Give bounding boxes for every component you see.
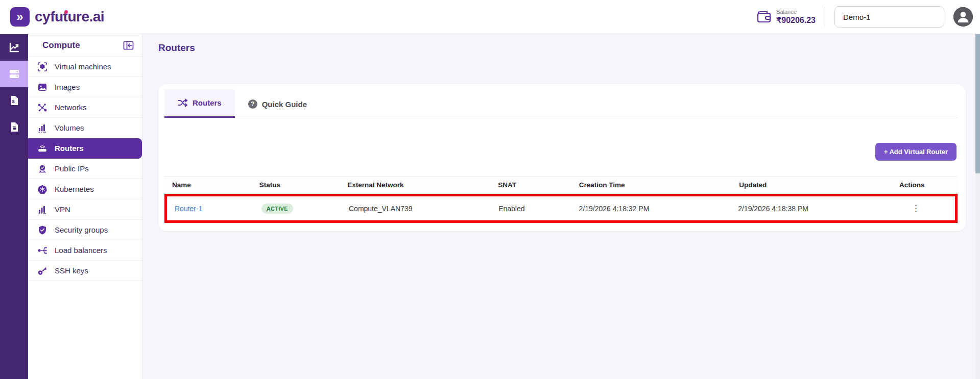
column-header-name: Name [164,176,252,193]
sidebar-item-label: VPN [55,205,70,214]
tab-label: Quick Guide [262,100,307,109]
sidebar-item-label: Load balancers [55,246,107,255]
cube-icon [37,62,47,72]
router-icon [37,143,47,154]
network-nodes-icon [37,103,47,113]
add-virtual-router-button[interactable]: + Add Virtual Router [875,143,957,161]
snat-cell: Enabled [491,201,571,216]
tab-label: Routers [193,98,222,107]
key-icon [37,266,47,276]
sidebar-item-label: SSH keys [55,266,88,275]
tab-routers[interactable]: Routers [164,89,235,118]
table-header-row: Name Status External Network SNAT Creati… [164,176,958,194]
balance-label: Balance [776,9,816,15]
nav-invoices[interactable] [0,114,28,140]
creation-time-cell: 2/19/2026 4:18:32 PM [571,201,731,216]
column-header-external-network: External Network [340,176,490,193]
sidebar-item-kubernetes[interactable]: Kubernetes [28,179,142,199]
sidebar-item-routers[interactable]: Routers [28,138,142,159]
updated-cell: 2/19/2026 4:18:38 PM [730,201,890,216]
column-header-updated: Updated [731,176,892,193]
row-highlight-annotation: Router-1 ACTIVE Compute_VLAN739 Enabled … [164,194,958,223]
column-header-creation-time: Creation Time [571,176,732,193]
shield-check-icon [37,225,47,235]
balance-amount: ₹90206.23 [776,15,816,25]
invoice-document-icon [9,121,19,133]
brand-name: cyfuture.ai [35,9,104,25]
sidebar-item-networks[interactable]: Networks [28,97,142,118]
main-content: Routers Routers ? Quic [142,34,980,379]
column-header-actions: Actions [892,176,958,193]
line-chart-icon [9,42,20,53]
tab-quick-guide[interactable]: ? Quick Guide [235,90,320,118]
brand-accent-dot [64,10,68,14]
sidebar-item-ssh-keys[interactable]: SSH keys [28,261,142,281]
shuffle-icon [178,98,188,107]
nav-compute[interactable] [0,61,28,87]
sidebar-item-label: Kubernetes [55,185,94,193]
image-icon [37,82,47,92]
column-header-status: Status [252,176,340,193]
sidebar-item-public-ips[interactable]: Public IPs [28,159,142,179]
sidebar-item-label: Routers [55,144,84,153]
person-icon [953,7,973,27]
primary-nav-rail: $ [0,34,28,379]
external-network-cell: Compute_VLAN739 [341,201,491,216]
nav-dashboard[interactable] [0,34,28,61]
wallet-icon [756,10,772,23]
sidebar-item-vpn[interactable]: VPN [28,199,142,220]
svg-text:$: $ [12,99,14,104]
project-selector[interactable]: Demo-1 [834,6,944,28]
sidebar-item-label: Security groups [55,225,108,234]
sidebar-item-label: Volumes [55,123,84,132]
servers-icon [8,68,20,80]
sidebar-item-label: Public IPs [55,164,89,173]
bars-icon [37,123,47,133]
sidebar-item-images[interactable]: Images [28,77,142,97]
bars-icon [37,205,47,215]
sidebar-item-security-groups[interactable]: Security groups [28,220,142,240]
compute-sidebar: Compute Virtual machines [28,34,142,379]
sidebar-item-virtual-machines[interactable]: Virtual machines [28,57,142,77]
kubernetes-icon [37,184,47,194]
column-header-snat: SNAT [490,176,571,193]
user-avatar[interactable] [953,7,973,27]
sidebar-item-label: Networks [55,103,87,112]
billing-document-icon: $ [9,95,19,106]
routers-card: Routers ? Quick Guide + Add Virtual Rout… [158,84,966,231]
balance-widget[interactable]: Balance ₹90206.23 [756,9,816,24]
router-name-link[interactable]: Router-1 [175,205,202,213]
load-balancer-icon [37,245,47,256]
nav-billing[interactable]: $ [0,87,28,114]
sidebar-item-label: Images [55,83,80,91]
brand-logo[interactable]: » cyfuture.ai [10,7,104,27]
kebab-menu-icon[interactable]: ⋮ [897,204,920,213]
routers-table: Name Status External Network SNAT Creati… [164,176,958,223]
brand-logo-icon: » [10,7,30,27]
table-row[interactable]: Router-1 ACTIVE Compute_VLAN739 Enabled … [167,196,955,220]
sidebar-item-volumes[interactable]: Volumes [28,118,142,138]
page-scrollbar[interactable] [975,0,980,379]
sidebar-title: Compute [42,40,80,50]
header-divider [825,7,825,27]
page-title: Routers [158,42,966,54]
sidebar-item-label: Virtual machines [55,62,111,71]
question-circle-icon: ? [248,99,257,109]
sidebar-item-load-balancers[interactable]: Load balancers [28,240,142,261]
status-badge: ACTIVE [261,204,293,214]
panel-collapse-icon[interactable] [123,40,134,50]
public-ip-icon [37,164,47,174]
tab-bar: Routers ? Quick Guide [164,89,958,118]
top-header: » cyfuture.ai Balance ₹90206.23 Demo-1 [0,0,980,34]
project-selector-value: Demo-1 [843,13,870,21]
